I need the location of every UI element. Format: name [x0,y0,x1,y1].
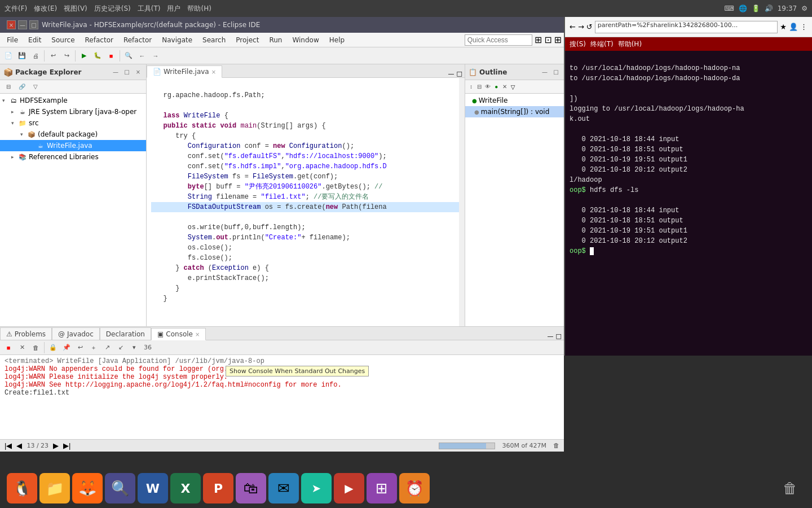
os-menu-item-history[interactable]: 历史记录(S) [94,4,131,14]
taskbar-shop[interactable]: 🛍 [236,473,266,503]
menu-search[interactable]: Search [198,35,230,45]
terminal-refresh-btn[interactable]: ↺ [586,23,593,31]
menu-refactor1[interactable]: Refactor [81,35,118,45]
bottom-panel-maximize[interactable]: □ [556,332,562,340]
terminal-user-icon[interactable]: 👤 [789,23,798,31]
terminal-back-btn[interactable]: ← [570,23,576,31]
editor-tab-writefile[interactable]: 📄 WriteFile.java × [147,65,222,78]
os-menu-item-tools[interactable]: 工具(T) [138,4,161,14]
taskbar-word[interactable]: W [138,473,168,503]
nav-prev[interactable]: ◀ [16,441,22,450]
console-word-wrap[interactable]: ↩ [74,341,86,354]
nav-first[interactable]: |◀ [5,441,12,450]
tree-item-reflibs[interactable]: ▸ 📚 Referenced Libraries [0,151,146,163]
menu-window[interactable]: Window [288,35,323,45]
tree-item-jre[interactable]: ▸ ☕ JRE System Library [java-8-oper [0,106,146,117]
menu-edit[interactable]: Edit [24,35,46,45]
toolbar-back[interactable]: ← [136,50,148,62]
menu-project[interactable]: Project [231,35,263,45]
menu-refactor2[interactable]: Refactor [119,35,156,45]
nav-next[interactable]: ▶ [53,441,59,450]
editor-max-btn[interactable]: □ [457,70,462,77]
nav-last[interactable]: ▶| [63,441,70,450]
outline-item-main[interactable]: ● main(String[]) : void [465,106,564,117]
console-new-console[interactable]: + [87,341,100,354]
outline-hide2[interactable]: ● [493,81,500,93]
menu-source[interactable]: Source [47,35,79,45]
menu-file[interactable]: File [2,35,23,45]
terminal-bookmark-icon[interactable]: ★ [780,23,787,31]
outline-filter[interactable]: ⊟ [476,81,483,93]
term-menu-search[interactable]: 搜(S) [570,40,586,49]
outline-hide3[interactable]: ✕ [501,81,509,93]
eclipse-close-btn[interactable]: × [7,20,16,29]
console-show-output[interactable]: ↗ [101,341,113,354]
taskbar-ubuntu[interactable]: 🐧 [7,473,37,503]
taskbar-ppt[interactable]: P [203,473,233,503]
toolbar-search[interactable]: 🔍 [122,50,135,62]
editor-scrollbar[interactable] [459,78,465,326]
garbage-icon[interactable]: 🗑 [553,442,559,449]
toolbar-forward[interactable]: → [149,50,162,62]
terminal-content[interactable]: to /usr/local/hadoop/logs/hadoop-hadoop-… [565,51,812,356]
pe-link[interactable]: 🔗 [16,81,28,93]
package-explorer-minimize[interactable]: — [111,68,120,77]
perspective-btn1[interactable]: ⊞ [535,34,542,45]
taskbar-trash[interactable]: 🗑 [775,473,805,503]
pe-menu[interactable]: ▽ [29,81,42,93]
eclipse-max-btn[interactable]: □ [29,20,38,29]
console-clear[interactable]: 🗑 [29,341,42,354]
console-scroll-lock[interactable]: 🔒 [47,341,59,354]
package-explorer-maximize[interactable]: □ [122,68,131,77]
os-menu-item-edit[interactable]: 修改(E) [34,4,57,14]
taskbar-firefox[interactable]: 🦊 [72,473,103,503]
menu-run[interactable]: Run [264,35,286,45]
taskbar-grid[interactable]: ⊞ [367,473,397,503]
terminal-fwd-btn[interactable]: → [578,23,584,31]
toolbar-stop[interactable]: ■ [105,50,117,62]
tab-console[interactable]: ▣ Console × [151,328,206,340]
console-close[interactable]: ✕ [16,341,28,354]
outline-minimize[interactable]: — [540,68,549,77]
taskbar-search[interactable]: 🔍 [105,473,135,503]
toolbar-debug[interactable]: 🐛 [91,50,104,62]
taskbar-mail[interactable]: ✉ [268,473,299,503]
os-menu-item-help[interactable]: 帮助(H) [187,4,211,14]
outline-item-writefile[interactable]: ● WriteFile [465,95,564,106]
toolbar-redo[interactable]: ↪ [60,50,73,62]
toolbar-undo[interactable]: ↩ [47,50,59,62]
taskbar-terminal1[interactable]: ➤ [301,473,332,503]
term-menu-terminal[interactable]: 终端(T) [590,40,614,49]
taskbar-clock[interactable]: ⏰ [399,473,430,503]
taskbar-terminal2[interactable]: ▶ [334,473,364,503]
quick-access-input[interactable] [465,34,532,46]
eclipse-min-btn[interactable]: — [18,20,27,29]
tree-item-hdfssample[interactable]: ▾ 🗂 HDFSExample [0,95,146,106]
perspective-btn3[interactable]: ⊞ [554,34,562,45]
terminal-menu-icon[interactable]: ⋮ [800,23,807,31]
taskbar-files[interactable]: 📁 [39,473,70,503]
bottom-panel-minimize[interactable]: — [548,332,554,340]
perspective-btn2[interactable]: ⊡ [544,34,551,45]
menu-help[interactable]: Help [325,35,349,45]
tab-console-close[interactable]: × [195,331,200,338]
console-pin[interactable]: 📌 [60,341,73,354]
outline-maximize[interactable]: □ [551,68,561,77]
settings-icon[interactable]: ⚙ [801,5,807,12]
toolbar-run[interactable]: ▶ [78,50,90,62]
term-menu-help[interactable]: 帮助(H) [618,40,642,49]
tree-item-writefile[interactable]: ☕ WriteFile.java [0,140,146,151]
os-menu-item-file[interactable]: 文件(F) [5,4,27,14]
editor-tab-close[interactable]: × [211,69,216,75]
taskbar-excel[interactable]: X [170,473,201,503]
toolbar-new[interactable]: 📄 [2,50,15,62]
pe-collapse-all[interactable]: ⊟ [2,81,15,93]
os-menu-item-user[interactable]: 用户 [167,4,180,14]
toolbar-save[interactable]: 💾 [16,50,28,62]
tree-item-defaultpkg[interactable]: ▾ 📦 (default package) [0,129,146,140]
editor-min-btn[interactable]: — [448,70,454,77]
code-editor[interactable]: rg.apache.hadoop.fs.Path; lass WriteFile… [147,78,465,326]
package-explorer-close[interactable]: × [134,68,143,77]
console-stop[interactable]: ■ [2,341,15,354]
tree-item-src[interactable]: ▾ 📁 src [0,117,146,129]
